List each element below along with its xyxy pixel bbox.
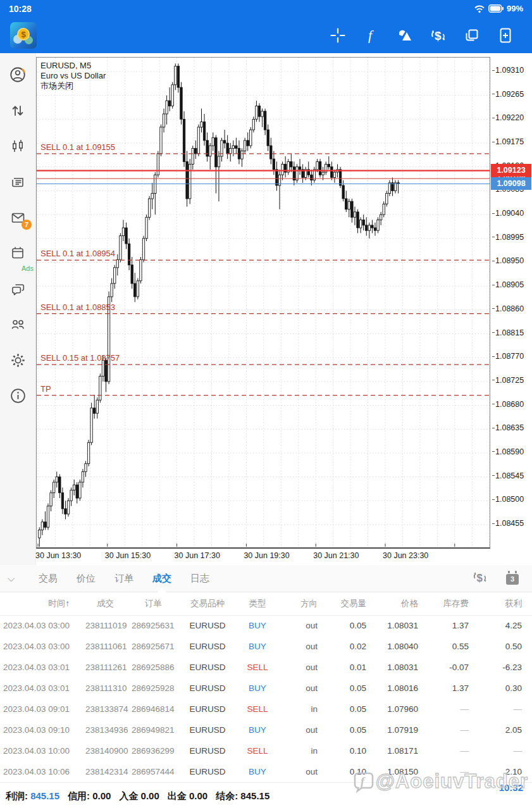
table-header-row[interactable]: 时间↑成交订单交易品种类型方向交易量价格库存费获利 [0,592,532,615]
column-header-swap[interactable]: 库存费 [436,592,486,615]
y-axis-tick-label: 1.08905 [492,280,524,289]
cell-price: 1.08040 [384,636,436,657]
column-header-dir[interactable]: 方向 [280,592,333,615]
column-header-deal[interactable]: 成交 [85,592,132,615]
cell-time: 2023.04.03 03:01 [0,657,85,678]
cell-time: 2023.04.03 03:00 [0,615,85,636]
chart-windows-icon[interactable] [455,23,488,48]
price-axis[interactable]: 1.093101.092651.092201.091751.091301.090… [490,57,532,565]
order-line-label[interactable]: SELL 0.15 at 1.08757 [40,353,120,363]
sidebar-item-charts[interactable] [0,128,35,164]
cell-type: SELL [235,740,280,761]
cell-price: 1.08016 [384,678,436,699]
column-header-price[interactable]: 价格 [384,592,436,615]
cell-dir: out [280,615,333,636]
history-period-icon[interactable]: 3 [505,571,521,586]
sidebar-item-calendar[interactable]: Ads [0,235,35,271]
new-chart-icon[interactable] [488,23,522,48]
cell-symbol: EURUSD [180,657,235,678]
cell-price: 1.07919 [384,720,436,740]
community-icon [9,316,27,333]
sidebar-item-about[interactable] [0,378,35,414]
x-axis-tick-label: 30 Jun 15:30 [105,551,151,560]
history-period-badge: 3 [506,574,519,585]
cell-deal: 238142314 [85,761,132,782]
tab-日志[interactable]: 日志 [181,565,219,592]
withdrawal-value: 0.00 [189,790,207,801]
candlestick-icon [9,138,26,154]
order-line-label[interactable]: TP [40,384,51,394]
tab-订单[interactable]: 订单 [105,565,143,592]
deal-row[interactable]: 2023.04.03 09:01238133874286946814EURUSD… [0,699,532,720]
tab-成交[interactable]: 成交 [143,565,181,592]
deal-row[interactable]: 2023.04.03 03:00238111019286925631EURUSD… [0,615,532,636]
cell-price: 1.08031 [384,657,436,678]
deal-row[interactable]: 2023.04.03 09:10238134936286949821EURUSD… [0,720,532,740]
wifi-icon [474,4,485,13]
y-axis-tick-label: 1.08995 [492,233,524,242]
order-line-label[interactable]: SELL 0.1 at 1.09155 [40,142,115,152]
deal-row[interactable]: 2023.04.03 03:00238111061286925671EURUSD… [0,636,532,657]
cell-price: 1.08031 [384,615,436,636]
cell-profit: -6.23 [486,657,532,678]
panel-trade-icon[interactable]: $ [471,569,489,588]
column-header-volume[interactable]: 交易量 [333,592,384,615]
deal-row[interactable]: 2023.04.03 03:01238111310286925928EURUSD… [0,678,532,699]
cell-type: BUY [235,761,280,782]
tab-交易[interactable]: 交易 [29,565,67,592]
cell-profit: 0.50 [486,636,532,657]
cell-dir: out [280,657,333,678]
credit-label: 信用: [68,790,90,801]
y-axis-tick-label: 1.09265 [492,90,524,99]
cell-time: 2023.04.03 10:00 [0,740,85,761]
cell-volume: 0.05 [333,720,384,740]
sidebar-item-quotes[interactable] [0,92,35,128]
trade-icon[interactable]: $ [421,23,455,48]
cell-dir: in [280,740,333,761]
cell-order: 286925886 [132,657,180,678]
updown-arrows-icon [9,103,26,119]
sidebar-item-account[interactable] [0,57,35,92]
cell-type: BUY [235,678,280,699]
sidebar-item-news[interactable] [0,164,35,199]
objects-icon[interactable] [388,23,421,48]
column-header-symbol[interactable]: 交易品种 [180,592,235,615]
cell-profit: 4.25 [486,615,532,636]
chat-icon [9,281,27,297]
y-axis-tick-label: 1.09040 [492,209,524,218]
ask-price-badge: 1.09098 [491,177,531,190]
order-line-label[interactable]: SELL 0.1 at 1.08954 [40,249,115,258]
cell-profit: 0.30 [486,678,532,699]
tab-价位[interactable]: 价位 [67,565,105,592]
column-header-order[interactable]: 订单 [132,592,180,615]
cell-swap: — [436,720,486,740]
chart-area[interactable]: EURUSD, M5 Euro vs US Dollar 市场关闭 SELL 0… [36,57,490,565]
cell-deal: 238134936 [85,720,132,740]
cell-time: 2023.04.03 03:00 [0,636,85,657]
sidebar-item-settings[interactable] [0,342,35,378]
deal-row[interactable]: 2023.04.03 03:01238111261286925886EURUSD… [0,657,532,678]
crosshair-icon[interactable] [321,23,354,48]
cell-symbol: EURUSD [180,678,235,699]
indicators-icon[interactable]: f [354,23,388,48]
sort-arrow-icon: ↑ [65,599,70,608]
sidebar-item-community[interactable] [0,307,35,342]
chevron-down-icon[interactable]: ⌵ [8,573,29,584]
y-axis-tick-label: 1.09310 [492,66,524,75]
chart-header: EURUSD, M5 Euro vs US Dollar 市场关闭 [40,61,106,91]
order-line-label[interactable]: SELL 0.1 at 1.08853 [40,302,115,312]
column-header-profit[interactable]: 获利 [486,592,532,615]
chart-symbol-description: Euro vs US Dollar [40,71,106,81]
column-header-time[interactable]: 时间↑ [0,592,85,615]
cell-time: 2023.04.03 09:01 [0,699,85,720]
svg-text:f: f [368,27,374,43]
app-toolbar: $ f $ [0,17,532,53]
column-header-type[interactable]: 类型 [235,592,280,615]
profit-label: 利润: [6,790,28,801]
cell-type: SELL [235,699,280,720]
sidebar-item-chat[interactable] [0,271,35,306]
x-axis-tick-label: 30 Jun 13:30 [35,551,81,560]
deal-row[interactable]: 2023.04.03 10:00238140900286936299EURUSD… [0,740,532,761]
metatrader-logo[interactable]: $ [10,22,37,49]
sidebar-item-mail[interactable]: 7 [0,200,35,235]
